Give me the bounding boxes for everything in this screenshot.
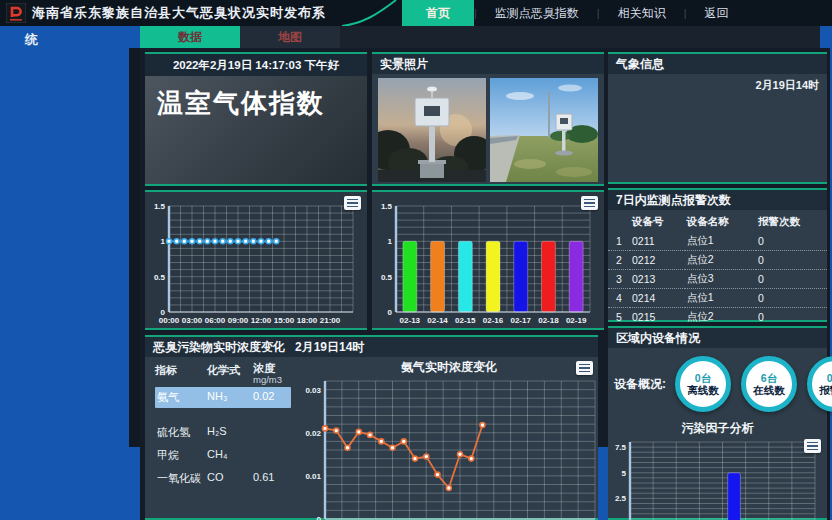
odor-panel-title: 恶臭污染物实时浓度变化2月19日14时	[145, 337, 598, 357]
alarm-counts-panel: 7日内监测点报警次数 设备号设备名称报警次数 10211点位1020212点位2…	[608, 188, 827, 322]
odor-pollutants-panel: 恶臭污染物实时浓度变化2月19日14时 指标 化学式 浓度 mg/m3 氨气NH…	[145, 335, 598, 520]
svg-text:5: 5	[622, 469, 627, 478]
app-title: 海南省乐东黎族自治县大气恶臭状况实时发布系	[32, 4, 326, 22]
alarm-panel-title: 7日内监测点报警次数	[608, 190, 827, 210]
sidebar-shadow-strip	[129, 48, 140, 447]
chart-menu-icon[interactable]	[576, 361, 593, 375]
svg-text:7.5: 7.5	[615, 443, 627, 452]
svg-text:0.02: 0.02	[305, 429, 321, 438]
odor-panel-time: 2月19日14时	[295, 340, 364, 354]
svg-text:02-14: 02-14	[427, 316, 448, 325]
alarm-table-header: 设备号设备名称报警次数	[608, 212, 827, 232]
app-title-wrap: 统	[25, 31, 38, 49]
stat-label: 离线数	[687, 384, 719, 396]
greeting-body: 温室气体指数	[145, 76, 367, 184]
pollution-factor-title: 污染因子分析	[608, 420, 827, 437]
greenhouse-index-chart: 00.511.500:0003:0006:0009:0012:0015:0018…	[145, 192, 367, 328]
nav-item-knowledge[interactable]: 相关知识	[600, 0, 684, 26]
odor-concentration-table: 指标 化学式 浓度 mg/m3 氨气NH₃0.02硫化氢H₂S甲烷CH₄一氧化碳…	[145, 357, 295, 520]
svg-text:2.5: 2.5	[615, 494, 627, 503]
svg-text:0.03: 0.03	[305, 386, 321, 395]
svg-text:06:00: 06:00	[205, 316, 226, 325]
daily-index-chart-panel: 00.511.502-1302-1402-1502-1602-1702-1802…	[372, 190, 604, 330]
dashboard-page: 海南省乐东黎族自治县大气恶臭状况实时发布系 首页|监测点恶臭指数|相关知识|返回…	[0, 0, 832, 520]
svg-text:0: 0	[388, 308, 393, 317]
odor-table-header: 指标 化学式 浓度 mg/m3	[155, 363, 291, 385]
odor-row-NH[interactable]: 氨气NH₃0.02	[155, 387, 291, 408]
svg-text:02-17: 02-17	[510, 316, 531, 325]
top-header-bar: 海南省乐东黎族自治县大气恶臭状况实时发布系 首页|监测点恶臭指数|相关知识|返回	[0, 0, 832, 26]
nav-item-back[interactable]: 返回	[687, 0, 747, 26]
daily-index-bar-chart: 00.511.502-1302-1402-1502-1602-1702-1802…	[372, 192, 604, 328]
svg-text:1.5: 1.5	[381, 202, 393, 211]
device-stat-circles: 0台离线数6台在线数0台报警数	[670, 356, 832, 412]
tab-data[interactable]: 数据	[140, 26, 240, 48]
stat-count: 0台	[695, 372, 711, 384]
svg-text:1: 1	[388, 237, 393, 246]
stat-label: 在线数	[753, 384, 785, 396]
device-overview-row: 设备概况: 0台离线数6台在线数0台报警数	[608, 348, 827, 414]
greeting-panel: 2022年2月19日 14:17:03 下午好 温室气体指数	[145, 52, 367, 186]
svg-text:1.5: 1.5	[154, 202, 166, 211]
device-stat-circle: 6台在线数	[741, 356, 797, 412]
svg-text:02-13: 02-13	[400, 316, 421, 325]
site-photo-field	[490, 78, 598, 182]
svg-text:09:00: 09:00	[228, 316, 249, 325]
stat-label: 报警数	[819, 384, 832, 396]
alarm-table-row[interactable]: 30213点位30	[608, 270, 827, 289]
svg-text:15:00: 15:00	[274, 316, 295, 325]
datetime-text: 2022年2月19日 14:17:03 下午好	[145, 54, 367, 76]
main-nav: 首页|监测点恶臭指数|相关知识|返回	[402, 0, 747, 26]
devices-panel-title: 区域内设备情况	[608, 328, 827, 348]
device-stat-circle: 0台报警数	[807, 356, 832, 412]
nh3-concentration-chart: 00.010.020.0300:0003:0006:0009:0012:0015…	[295, 375, 603, 520]
tab-row: 数据地图	[140, 26, 820, 48]
svg-text:02-18: 02-18	[538, 316, 559, 325]
weather-time: 2月19日14时	[755, 78, 819, 93]
concentration-unit: mg/m3	[253, 374, 282, 385]
svg-text:00:00: 00:00	[159, 316, 180, 325]
svg-text:1: 1	[161, 237, 166, 246]
svg-text:02-15: 02-15	[455, 316, 476, 325]
svg-text:02-16: 02-16	[483, 316, 504, 325]
app-logo-icon	[6, 3, 26, 23]
alarm-table-row[interactable]: 40214点位10	[608, 289, 827, 308]
chart-menu-icon[interactable]	[344, 196, 361, 210]
svg-text:0: 0	[317, 515, 322, 520]
site-photo-sunset	[378, 78, 486, 182]
alarm-table-row[interactable]: 20212点位20	[608, 251, 827, 270]
nav-item-home[interactable]: 首页	[402, 0, 474, 26]
odor-row-CO[interactable]: 一氧化碳CO0.61	[155, 468, 291, 489]
weather-panel-title: 气象信息	[608, 54, 827, 74]
svg-text:18:00: 18:00	[297, 316, 318, 325]
alarm-table-row[interactable]: 50215点位20	[608, 308, 827, 327]
weather-body: 2月19日14时	[608, 74, 827, 180]
chart-menu-icon[interactable]	[804, 439, 821, 453]
device-stat-circle: 0台离线数	[675, 356, 731, 412]
svg-text:0.5: 0.5	[154, 273, 166, 282]
greenhouse-chart-panel: 00.511.500:0003:0006:0009:0012:0015:0018…	[145, 190, 367, 330]
odor-row-HS[interactable]: 硫化氢H₂S	[155, 422, 291, 443]
photos-panel-title: 实景照片	[372, 54, 604, 74]
odor-row-CH[interactable]: 甲烷CH₄	[155, 445, 291, 466]
photos-panel: 实景照片	[372, 52, 604, 186]
nh3-chart-title: 氨气实时浓度变化	[295, 359, 603, 375]
svg-text:02-19: 02-19	[566, 316, 587, 325]
svg-text:12:00: 12:00	[251, 316, 272, 325]
svg-text:0.5: 0.5	[381, 273, 393, 282]
tab-map[interactable]: 地图	[240, 26, 340, 48]
chart-menu-icon[interactable]	[581, 196, 598, 210]
greenhouse-gas-headline: 温室气体指数	[145, 76, 367, 121]
svg-text:03:00: 03:00	[182, 316, 203, 325]
decorative-swoosh-line	[340, 0, 400, 26]
device-overview-label: 设备概况:	[614, 376, 666, 393]
devices-panel: 区域内设备情况 设备概况: 0台离线数6台在线数0台报警数 污染因子分析 02.…	[608, 326, 827, 520]
pollution-factor-chart: 02.557.5氨气硫化氢甲烷一氧化碳	[608, 437, 827, 520]
alarm-table-row[interactable]: 10211点位10	[608, 232, 827, 251]
svg-text:21:00: 21:00	[320, 316, 341, 325]
stat-count: 6台	[761, 372, 777, 384]
svg-text:0.01: 0.01	[305, 472, 321, 481]
stat-count: 0台	[827, 372, 832, 384]
nav-item-odor-index[interactable]: 监测点恶臭指数	[477, 0, 597, 26]
weather-panel: 气象信息 2月19日14时	[608, 52, 827, 184]
